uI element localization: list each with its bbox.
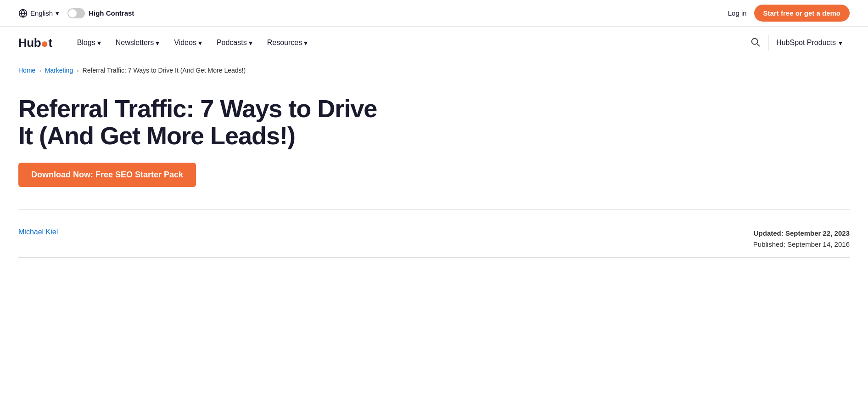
divider-top — [18, 209, 850, 210]
logo-text: Hub●t — [18, 36, 52, 50]
top-bar: English ▾ High Contrast Log in Start fre… — [0, 0, 868, 27]
breadcrumb-home[interactable]: Home — [18, 67, 35, 74]
high-contrast-label: High Contrast — [89, 9, 134, 17]
top-bar-left: English ▾ High Contrast — [18, 8, 134, 18]
breadcrumb-sep-1: › — [39, 67, 41, 74]
updated-label: Updated: — [754, 229, 784, 237]
author-link[interactable]: Michael Kiel — [18, 228, 58, 236]
nav-blogs-chevron-icon: ▾ — [97, 39, 101, 47]
main-nav: Hub●t Blogs ▾ Newsletters ▾ Videos ▾ Pod… — [0, 27, 868, 59]
nav-blogs[interactable]: Blogs ▾ — [71, 35, 107, 51]
breadcrumb-marketing[interactable]: Marketing — [45, 67, 73, 74]
nav-resources-label: Resources — [267, 39, 302, 47]
nav-newsletters-chevron-icon: ▾ — [156, 39, 159, 47]
nav-podcasts-chevron-icon: ▾ — [249, 39, 252, 47]
nav-newsletters-label: Newsletters — [116, 39, 154, 47]
top-bar-right: Log in Start free or get a demo — [728, 5, 850, 22]
hubspot-logo[interactable]: Hub●t — [18, 36, 52, 50]
nav-resources-chevron-icon: ▾ — [304, 39, 308, 47]
language-selector[interactable]: English ▾ — [18, 9, 59, 18]
high-contrast-toggle[interactable] — [67, 8, 85, 18]
nav-blogs-label: Blogs — [77, 39, 95, 47]
article-title: Referral Traffic: 7 Ways to Drive It (An… — [18, 95, 395, 150]
breadcrumb: Home › Marketing › Referral Traffic: 7 W… — [0, 59, 868, 81]
cta-button[interactable]: Start free or get a demo — [754, 5, 850, 22]
date-info: Updated: September 22, 2023 Published: S… — [753, 228, 850, 250]
published-label: Published: — [753, 240, 785, 248]
nav-podcasts[interactable]: Podcasts ▾ — [210, 35, 259, 51]
nav-podcasts-label: Podcasts — [217, 39, 247, 47]
nav-newsletters[interactable]: Newsletters ▾ — [109, 35, 166, 51]
download-button[interactable]: Download Now: Free SEO Starter Pack — [18, 163, 196, 187]
nav-videos-label: Videos — [174, 39, 196, 47]
nav-videos[interactable]: Videos ▾ — [168, 35, 208, 51]
breadcrumb-sep-2: › — [77, 67, 78, 74]
breadcrumb-current: Referral Traffic: 7 Ways to Drive It (An… — [83, 67, 246, 74]
published-date: Published: September 14, 2016 — [753, 239, 850, 250]
login-link[interactable]: Log in — [728, 9, 747, 17]
hubspot-products-label: HubSpot Products — [776, 39, 836, 47]
svg-line-3 — [757, 44, 759, 46]
nav-videos-chevron-icon: ▾ — [198, 39, 202, 47]
hubspot-products-chevron-icon: ▾ — [839, 39, 842, 47]
hubspot-products-nav[interactable]: HubSpot Products ▾ — [768, 35, 850, 51]
updated-date-value: September 22, 2023 — [785, 229, 850, 237]
nav-resources[interactable]: Resources ▾ — [261, 35, 314, 51]
article-header: Referral Traffic: 7 Ways to Drive It (An… — [0, 81, 413, 198]
language-label: English — [30, 9, 53, 17]
language-chevron-icon: ▾ — [56, 9, 59, 17]
search-icon — [750, 37, 760, 47]
nav-links: Blogs ▾ Newsletters ▾ Videos ▾ Podcasts … — [71, 35, 747, 51]
search-button[interactable] — [746, 33, 764, 52]
globe-icon — [18, 9, 28, 18]
divider-bottom — [18, 257, 850, 258]
published-date-value: September 14, 2016 — [787, 240, 850, 248]
meta-row: Michael Kiel Updated: September 22, 2023… — [0, 221, 868, 257]
updated-date: Updated: September 22, 2023 — [753, 228, 850, 239]
high-contrast-toggle-container: High Contrast — [67, 8, 134, 18]
